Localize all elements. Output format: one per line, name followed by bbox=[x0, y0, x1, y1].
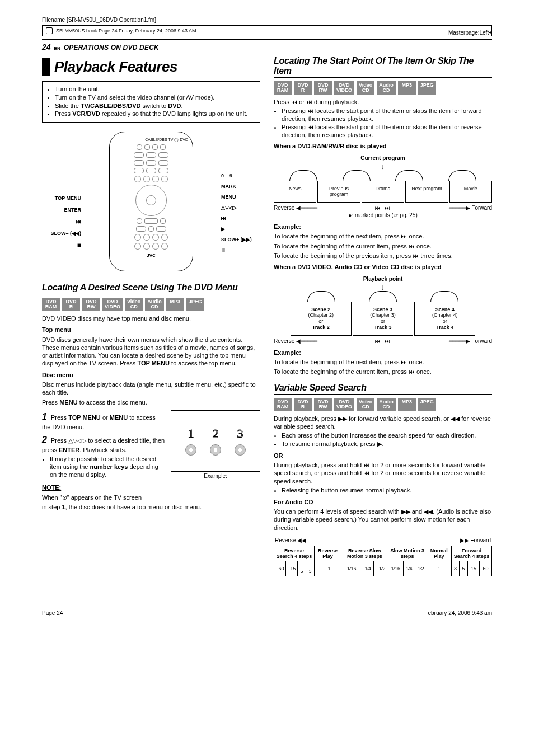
body-text: You can perform 4 levels of speed search… bbox=[274, 508, 492, 532]
remote-label: ▶ bbox=[221, 226, 260, 232]
table-cell: 1 bbox=[427, 561, 451, 576]
chip: DVD VIDEO bbox=[334, 398, 354, 411]
page-number: 24 bbox=[42, 43, 51, 51]
table-cell: –1⁄4 bbox=[359, 561, 374, 576]
table-cell: –60 bbox=[274, 561, 286, 576]
chip: JPEG bbox=[418, 398, 436, 411]
table-header: Slow Motion 3 steps bbox=[388, 546, 427, 561]
table-cell: 1⁄16 bbox=[388, 561, 403, 576]
program-cell: Drama bbox=[362, 181, 404, 203]
table-cell: –15 bbox=[285, 561, 297, 576]
chip: MP3 bbox=[398, 81, 416, 95]
diagram-label: Playback point bbox=[274, 276, 492, 282]
table-header: Forward Search 4 steps bbox=[451, 546, 491, 561]
table-cell: –1 bbox=[314, 561, 341, 576]
remote-label: ⏸ bbox=[221, 247, 260, 253]
remote-top-switch: CABLE/DBS TV ◯ DVD bbox=[145, 138, 188, 142]
body-text: During playback, press ▶▶ for forward va… bbox=[274, 415, 492, 431]
remote-label: SLOW+ (▶▶) bbox=[221, 237, 260, 242]
remote-label: MARK bbox=[221, 184, 260, 189]
footer-page: Page 24 bbox=[42, 610, 63, 616]
list-item: To resume normal playback, press ▶. bbox=[282, 440, 492, 448]
table-cell: 3 bbox=[451, 561, 459, 576]
section-heading: Variable Speed Search bbox=[274, 383, 492, 395]
note-heading: NOTE: bbox=[42, 483, 260, 491]
chip: Video CD bbox=[125, 298, 143, 311]
chip: DVD VIDEO bbox=[102, 298, 123, 311]
note-text: in step 1, the disc does not have a top … bbox=[42, 503, 260, 511]
disc-icon bbox=[185, 444, 196, 456]
body-text: To locate the beginning of the current i… bbox=[274, 242, 492, 250]
remote-label: △▽◁▷ bbox=[221, 205, 260, 210]
table-cell: 5 bbox=[460, 561, 467, 576]
remote-diagram: TOP MENU ENTER ⏮ SLOW– (◀◀) ◼ CABLE/DBS … bbox=[42, 128, 260, 276]
remote-label: MENU bbox=[221, 194, 260, 200]
intro-box: Turn on the unit. Turn on the TV and sel… bbox=[42, 81, 260, 123]
speed-table-header: Reverse ◀◀ ▶▶ Forward bbox=[275, 537, 491, 543]
footer: Page 24 February 24, 2006 9:43 am bbox=[42, 610, 492, 616]
intro-item: Turn on the unit. bbox=[55, 86, 255, 93]
chip: Audio CD bbox=[377, 81, 396, 95]
scene-cell: Scene 2(Chapter 2)orTrack 2 bbox=[291, 302, 352, 336]
chip: Video CD bbox=[357, 81, 374, 95]
program-cell: Next program bbox=[405, 181, 448, 203]
or-label: OR bbox=[274, 452, 492, 459]
body-text: During playback, press and hold ⏭ for 2 … bbox=[274, 461, 492, 485]
list-item: Each press of the button increases the s… bbox=[282, 432, 492, 440]
step-1: 1 Press TOP MENU or MENU to access the D… bbox=[42, 411, 165, 431]
remote-label: SLOW– (◀◀) bbox=[42, 231, 81, 236]
body-text: Disc menus include playback data (angle … bbox=[42, 381, 260, 397]
chip: JPEG bbox=[186, 298, 204, 311]
table-cell: –5 bbox=[297, 561, 306, 576]
subheading: When a DVD-RAM/RW/R disc is played bbox=[274, 142, 492, 150]
chip: Audio CD bbox=[145, 298, 164, 311]
forward-label: ━━━━━▶ Forward bbox=[449, 338, 492, 344]
chip: DVD R bbox=[294, 81, 312, 95]
reverse-label: Reverse ◀━━━━━ bbox=[274, 205, 317, 211]
table-cell: –3 bbox=[306, 561, 314, 576]
program-cell: Previous program bbox=[317, 181, 360, 203]
remote-label: ◼ bbox=[42, 242, 81, 248]
forward-label: ▶▶ Forward bbox=[460, 537, 491, 543]
list-item: Releasing the button resumes normal play… bbox=[282, 487, 492, 495]
scene-cell: Scene 3(Chapter 3)orTrack 3 bbox=[353, 302, 414, 336]
example-box: 1 2 3 bbox=[171, 410, 260, 472]
example-heading: Example: bbox=[274, 349, 492, 356]
section-heading: Locating The Start Point Of The Item Or … bbox=[274, 56, 492, 78]
page-header: 24 EN OPERATIONS ON DVD DECK bbox=[42, 43, 492, 51]
remote-label: ⏭ bbox=[221, 215, 260, 221]
outline-number-icon: 2 bbox=[213, 426, 219, 441]
format-chips: DVD RAM DVD R DVD RW DVD VIDEO Video CD … bbox=[42, 298, 260, 311]
chip: JPEG bbox=[418, 81, 436, 95]
program-diagram: Current program ↓ News Previous program … bbox=[274, 155, 492, 219]
example-heading: Example: bbox=[274, 223, 492, 231]
outline-number-icon: 1 bbox=[188, 426, 194, 441]
chip: DVD RW bbox=[314, 398, 332, 411]
chip: DVD VIDEO bbox=[334, 81, 354, 95]
reverse-label: Reverse ◀◀ bbox=[275, 537, 306, 543]
table-cell: 1⁄2 bbox=[415, 561, 427, 576]
note-text: When "⊘" appears on the TV screen bbox=[42, 494, 260, 501]
remote-brand: JVC bbox=[147, 253, 156, 258]
remote-label: 0 – 9 bbox=[221, 173, 260, 179]
program-cell: Movie bbox=[449, 181, 492, 203]
table-header: Reverse Slow Motion 3 steps bbox=[341, 546, 388, 561]
book-line-text: SR-MV50US.book Page 24 Friday, February … bbox=[56, 28, 196, 34]
body-text: DVD discs generally have their own menus… bbox=[42, 336, 260, 368]
chip: DVD R bbox=[62, 298, 80, 311]
speed-table: Reverse Search 4 steps Reverse Play Reve… bbox=[274, 546, 492, 576]
list-item: Pressing ⏮ locates the start point of th… bbox=[282, 124, 492, 139]
chip: Video CD bbox=[357, 398, 374, 411]
skip-icons: ⏮ ⏭ bbox=[375, 205, 391, 211]
step-2: 2 Press △▽◁▷ to select a desired title, … bbox=[42, 434, 165, 454]
chip: MP3 bbox=[398, 398, 416, 411]
table-cell: –1⁄2 bbox=[374, 561, 388, 576]
subheading: When a DVD VIDEO, Audio CD or Video CD d… bbox=[274, 263, 492, 271]
step-note: It may be possible to select the desired… bbox=[50, 456, 165, 478]
chip: DVD RAM bbox=[42, 298, 60, 311]
body-text: Press ⏮ or ⏭ during playback. bbox=[274, 98, 492, 106]
table-cell: 1⁄4 bbox=[403, 561, 415, 576]
body-text: DVD VIDEO discs may have top menu and di… bbox=[42, 314, 260, 322]
table-header: Reverse Play bbox=[314, 546, 341, 561]
scene-diagram: Playback point ↓ Scene 2(Chapter 2)orTra… bbox=[274, 276, 492, 344]
